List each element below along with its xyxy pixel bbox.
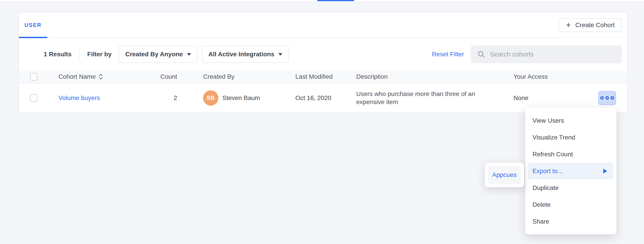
integrations-dropdown[interactable]: All Active Integrations [202,46,289,63]
header-created-by: Created By [177,73,295,80]
menu-item-share[interactable]: Share [525,213,616,230]
more-actions-button[interactable] [598,91,616,105]
menu-item-view-users[interactable]: View Users [525,112,616,129]
caret-down-icon [187,53,191,56]
integrations-dropdown-label: All Active Integrations [208,51,274,58]
export-submenu: Appcues [485,163,524,187]
sort-icon [98,74,103,80]
top-nav-remnant [0,0,644,1]
create-cohort-label: Create Cohort [575,22,615,29]
created-by-dropdown[interactable]: Created By Anyone [119,46,197,63]
menu-item-refresh-count[interactable]: Refresh Count [525,146,616,163]
three-dots-icon [611,96,614,100]
header-description: Description [356,73,514,80]
caret-down-icon [278,53,282,56]
last-modified-value: Oct 16, 2020 [295,94,356,102]
header-count: Count [157,73,177,80]
access-value: None [514,94,581,102]
menu-item-visualize-trend[interactable]: Visualize Trend [525,129,616,146]
plus-icon: + [566,21,571,29]
header-checkbox-cell [19,73,58,81]
avatar: SB [203,90,218,106]
menu-item-export-to[interactable]: Export to... [528,163,613,179]
table-header-row: Cohort Name Count Created By Last Modifi… [19,70,627,83]
tab-bar: USER + Create Cohort [19,13,627,38]
menu-item-duplicate[interactable]: Duplicate [525,179,616,196]
filter-right-group: Reset Filter [432,46,622,63]
menu-item-export-label: Export to... [532,167,563,175]
cohorts-panel: USER + Create Cohort 1 Results Filter by… [18,12,628,113]
cohort-name-link[interactable]: Volume buyers [58,94,100,101]
created-by-dropdown-label: Created By Anyone [125,51,183,58]
filter-bar: 1 Results Filter by Created By Anyone Al… [19,38,627,70]
tab-user[interactable]: USER [19,13,47,38]
header-last-modified: Last Modified [295,73,356,80]
tab-user-label: USER [24,22,42,28]
row-checkbox[interactable] [30,94,38,102]
created-by-cell: SB Steven Baum [177,90,295,106]
select-all-checkbox[interactable] [30,73,38,81]
actions-cell [581,91,627,105]
three-dots-icon [600,96,604,100]
active-nav-underline [317,0,354,1]
cohort-count: 2 [157,94,177,102]
row-actions-context-menu: View Users Visualize Trend Refresh Count… [525,108,616,234]
submenu-arrow-icon [603,169,607,174]
created-by-name: Steven Baum [222,94,260,102]
search-icon [478,51,485,58]
divider [79,49,80,59]
menu-item-delete[interactable]: Delete [525,196,616,213]
header-your-access: Your Access [514,73,581,80]
three-dots-icon [606,96,609,100]
submenu-item-appcues[interactable]: Appcues [488,166,521,184]
row-checkbox-cell [19,94,58,102]
reset-filter-link[interactable]: Reset Filter [432,51,464,58]
results-count: 1 Results [44,51,72,58]
search-box[interactable] [471,46,622,63]
create-cohort-button[interactable]: + Create Cohort [559,18,622,32]
filter-by-label: Filter by [87,51,112,58]
header-cohort-name[interactable]: Cohort Name [58,73,157,80]
description-value: Users who purchase more than three of an… [356,90,485,106]
search-input[interactable] [490,51,615,58]
